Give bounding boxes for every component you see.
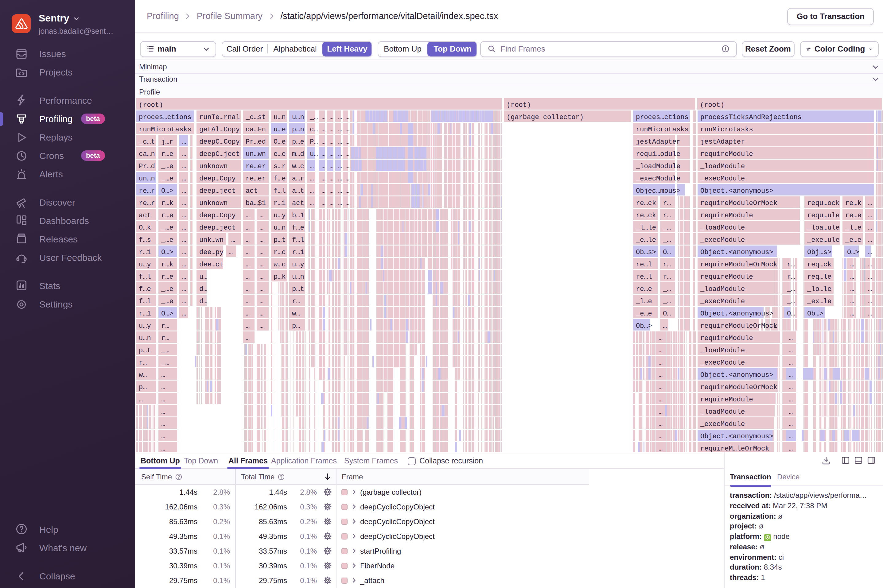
svg-text:…: …	[246, 334, 249, 342]
svg-text:p…t: p…t	[273, 236, 286, 244]
svg-text:_…e: _…e	[161, 224, 173, 232]
svg-text:_…e: _…e	[161, 163, 173, 170]
svg-text:re…ck: re…ck	[636, 212, 656, 219]
svg-text:d…: d…	[199, 298, 207, 305]
svg-text:f…e: f…e	[139, 285, 151, 293]
svg-text:_l…le: _l…le	[635, 224, 656, 232]
svg-text:…: …	[246, 236, 249, 244]
svg-text:u…y: u…y	[139, 261, 151, 268]
svg-text:u…y: u…y	[273, 212, 286, 219]
svg-text:re…ck: re…ck	[636, 200, 656, 207]
svg-text:O…: O…	[663, 310, 671, 318]
svg-text:w…c: w…c	[292, 163, 304, 170]
svg-text:…: …	[868, 224, 872, 232]
svg-text:_…: _…	[662, 224, 671, 232]
svg-text:_execModule: _execModule	[700, 359, 745, 367]
svg-text:deepC…ject: deepC…ject	[199, 150, 240, 158]
svg-text:processTicksAndRejections: processTicksAndRejections	[700, 114, 802, 121]
svg-text:w…: w…	[292, 310, 300, 318]
svg-text:…: …	[182, 285, 186, 293]
svg-text:O…>: O…>	[161, 249, 173, 256]
svg-text:…: …	[260, 212, 263, 219]
svg-text:p…: p…	[139, 384, 147, 391]
svg-text:…: …	[260, 298, 263, 305]
svg-text:r…: r…	[663, 273, 671, 281]
svg-text:O…e: O…e	[273, 138, 286, 146]
svg-text:…: …	[659, 347, 662, 354]
svg-text:u…n: u…n	[273, 224, 286, 232]
svg-text:(root): (root)	[139, 101, 163, 109]
svg-text:…: …	[345, 163, 349, 170]
svg-text:…: …	[260, 285, 263, 293]
svg-text:…: …	[182, 163, 186, 170]
svg-text:runMicrotasks: runMicrotasks	[139, 126, 192, 134]
svg-text:re…l: re…l	[636, 261, 652, 268]
svg-text:_e…e: _e…e	[845, 236, 862, 244]
svg-text:u…n: u…n	[273, 114, 286, 121]
svg-text:req…le: req…le	[807, 273, 831, 281]
svg-text:m…d: m…d	[292, 150, 304, 158]
svg-text:_loadModule: _loadModule	[635, 163, 680, 170]
svg-text:_e…le: _e…le	[635, 236, 656, 244]
svg-text:deep…ject: deep…ject	[199, 224, 236, 232]
svg-text:requireModuleOrMock: requireModuleOrMock	[700, 261, 777, 268]
svg-text:runMicrotasks: runMicrotasks	[636, 126, 689, 134]
svg-text:…: …	[345, 175, 349, 183]
svg-text:requireModule: requireModule	[700, 150, 753, 158]
svg-text:j…r: j…r	[161, 138, 173, 146]
svg-text:…: …	[161, 445, 165, 452]
svg-text:…: …	[321, 126, 326, 134]
svg-text:…: …	[229, 249, 233, 256]
svg-text:_loadModule: _loadModule	[700, 408, 745, 416]
svg-text:b…1: b…1	[292, 212, 304, 219]
svg-text:…: …	[789, 445, 793, 452]
svg-text:…: …	[329, 114, 333, 121]
svg-text:re…er: re…er	[246, 163, 266, 170]
svg-text:…: …	[260, 236, 263, 244]
svg-text:r…: r…	[292, 298, 300, 305]
svg-text:…: …	[161, 433, 165, 440]
svg-text:f…e: f…e	[292, 224, 304, 232]
svg-text:_…: _…	[662, 236, 671, 244]
svg-text:un…n: un…n	[139, 175, 155, 183]
svg-text:…: …	[329, 175, 333, 183]
svg-text:O…>: O…>	[161, 310, 173, 318]
svg-text:f…s: f…s	[139, 236, 151, 244]
svg-text:…: …	[338, 200, 342, 207]
svg-text:…: …	[182, 175, 186, 183]
svg-text:…: …	[310, 187, 314, 195]
svg-text:_exe…ule: _exe…ule	[807, 236, 840, 244]
svg-text:…: …	[868, 310, 872, 318]
svg-text:…: …	[659, 396, 662, 404]
svg-text:Object.<anonymous>: Object.<anonymous>	[700, 187, 773, 195]
svg-text:…: …	[246, 298, 249, 305]
svg-text:…: …	[246, 249, 249, 256]
svg-text:…: …	[868, 261, 872, 268]
svg-text:(garbage collector): (garbage collector)	[507, 114, 584, 121]
svg-text:…: …	[850, 310, 854, 318]
svg-text:_loa…ule: _loa…ule	[807, 224, 840, 232]
svg-text:r…: r…	[663, 200, 671, 207]
svg-text:r…k: r…k	[161, 200, 173, 207]
svg-text:dee…ct: dee…ct	[199, 261, 224, 268]
svg-text:r…k: r…k	[161, 261, 173, 268]
svg-text:requ…ule: requ…ule	[807, 212, 840, 219]
svg-text:…: …	[338, 150, 342, 158]
svg-text:u…n: u…n	[292, 273, 304, 281]
svg-text:…: …	[850, 298, 854, 305]
svg-text:_…: _…	[787, 285, 795, 293]
svg-text:re…e: re…e	[636, 285, 652, 293]
svg-text:…: …	[789, 384, 793, 391]
svg-text:…: …	[260, 249, 263, 256]
svg-text:…: …	[182, 249, 186, 256]
svg-text:_loadModule: _loadModule	[700, 347, 745, 354]
svg-text:u…e: u…e	[273, 126, 286, 134]
svg-text:…: …	[663, 322, 667, 330]
svg-text:r…: r…	[161, 334, 169, 342]
svg-text:…: …	[161, 420, 165, 428]
svg-text:requireModule: requireModule	[700, 396, 753, 404]
svg-text:deep…Copy: deep…Copy	[199, 212, 236, 219]
svg-text:requireModule: requireModule	[700, 273, 753, 281]
svg-text:…: …	[182, 298, 186, 305]
svg-text:r…: r…	[139, 359, 147, 367]
